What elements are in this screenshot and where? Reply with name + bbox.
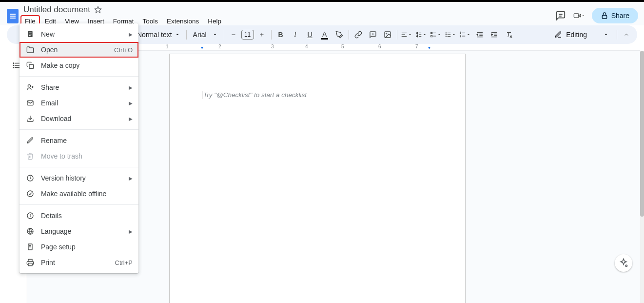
menu-label: Share [41, 83, 123, 91]
decrease-indent-button[interactable] [473, 28, 487, 41]
menu-label: Rename [41, 137, 133, 144]
copy-icon [25, 61, 35, 70]
clear-formatting-button[interactable] [502, 28, 516, 41]
svg-point-73 [27, 191, 33, 197]
svg-rect-63 [29, 33, 31, 33]
scrollbar-thumb[interactable] [640, 51, 644, 217]
svg-rect-65 [29, 35, 30, 36]
checklist-dropdown[interactable] [429, 28, 443, 41]
file-menu-dropdown: New ▶ Open Ctrl+O Make a copy Share ▶ Em… [20, 23, 138, 273]
star-icon[interactable] [94, 6, 102, 14]
submenu-arrow-icon: ▶ [129, 116, 133, 121]
menu-label: Details [41, 212, 133, 220]
menu-item-share[interactable]: Share ▶ [20, 80, 138, 95]
vertical-scrollbar[interactable] [640, 51, 644, 303]
numbered-list-dropdown[interactable]: 12 [458, 28, 472, 41]
document-title[interactable]: Untitled document [23, 5, 90, 15]
editing-label: Editing [566, 31, 587, 39]
ruler-indent-marker[interactable]: ▾ [201, 45, 203, 50]
styles-label: Normal text [137, 31, 172, 39]
font-size-input[interactable]: 11 [241, 30, 254, 40]
menu-item-version-history[interactable]: Version history ▶ [20, 170, 138, 186]
menu-item-details[interactable]: Details [20, 208, 138, 223]
menu-separator [20, 129, 138, 130]
italic-button[interactable]: I [289, 28, 302, 41]
bold-button[interactable]: B [274, 28, 288, 41]
menu-item-print[interactable]: Print Ctrl+P [20, 255, 138, 270]
explore-fab[interactable] [615, 254, 632, 272]
editing-mode-dropdown[interactable]: Editing [548, 27, 614, 42]
globe-icon [25, 226, 35, 236]
align-dropdown[interactable] [400, 28, 413, 41]
ruler-number: 1 [166, 44, 169, 49]
page-setup-icon [25, 242, 35, 252]
ruler-number: 7 [415, 44, 418, 49]
menu-item-new[interactable]: New ▶ [20, 26, 138, 42]
menu-item-open[interactable]: Open Ctrl+O [20, 42, 138, 58]
svg-point-12 [13, 63, 14, 64]
font-dropdown[interactable]: Arial [189, 28, 221, 41]
menu-label: Make available offline [41, 190, 133, 198]
menu-item-rename[interactable]: Rename [20, 133, 138, 148]
decrease-font-size-button[interactable] [227, 28, 240, 41]
svg-point-39 [446, 33, 446, 33]
toolbar-separator [617, 30, 617, 40]
app-header: Untitled document File Edit View Insert … [0, 2, 644, 25]
submenu-arrow-icon: ▶ [129, 32, 133, 37]
svg-point-83 [625, 265, 627, 266]
menu-label: Email [41, 99, 123, 107]
increase-indent-button[interactable] [488, 28, 501, 41]
print-icon [25, 258, 35, 267]
explore-icon [619, 258, 628, 268]
text-color-button[interactable]: A [318, 28, 332, 41]
menu-separator [20, 167, 138, 167]
menu-label: New [41, 30, 123, 38]
line-spacing-dropdown[interactable] [414, 28, 428, 41]
document-icon [25, 29, 35, 39]
svg-marker-15 [176, 34, 178, 36]
menu-item-make-offline[interactable]: Make available offline [20, 186, 138, 202]
history-icon [25, 173, 35, 183]
collapse-toolbar-button[interactable] [620, 28, 633, 41]
svg-marker-61 [605, 34, 607, 36]
highlight-color-button[interactable] [332, 28, 346, 41]
svg-point-13 [13, 65, 14, 66]
header-right: Share [555, 8, 638, 23]
trash-icon [25, 151, 35, 161]
menu-item-move-to-trash: Move to trash [20, 148, 138, 164]
document-page[interactable]: Try "@Checklist" to start a checklist [169, 54, 466, 303]
svg-marker-27 [409, 34, 411, 35]
svg-marker-5 [583, 15, 584, 16]
chevron-down-icon [604, 32, 608, 37]
menu-item-page-setup[interactable]: Page setup [20, 239, 138, 255]
svg-marker-50 [468, 34, 469, 35]
offline-icon [25, 189, 35, 199]
menu-item-download[interactable]: Download ▶ [20, 111, 138, 126]
share-label: Share [611, 12, 629, 20]
underline-button[interactable]: U [303, 28, 317, 41]
menu-label: Version history [41, 174, 123, 182]
menu-item-email[interactable]: Email ▶ [20, 95, 138, 111]
meet-icon[interactable] [573, 10, 585, 21]
menu-item-make-copy[interactable]: Make a copy [20, 58, 138, 73]
comments-icon[interactable] [555, 10, 566, 21]
svg-point-76 [30, 214, 31, 215]
increase-font-size-button[interactable] [255, 28, 269, 41]
ruler-number: 3 [271, 44, 274, 49]
menu-label: Move to trash [41, 152, 133, 160]
menu-item-language[interactable]: Language ▶ [20, 223, 138, 239]
pencil-icon [25, 136, 35, 145]
svg-point-67 [28, 85, 30, 87]
insert-image-button[interactable] [381, 28, 394, 41]
insert-link-button[interactable] [351, 28, 365, 41]
docs-logo[interactable] [7, 9, 19, 23]
toolbar-separator [186, 30, 187, 40]
share-button[interactable]: Share [592, 8, 638, 23]
text-cursor [202, 91, 202, 99]
styles-dropdown[interactable]: Normal text [133, 28, 184, 41]
ruler-right-marker[interactable]: ▾ [428, 45, 430, 50]
bulleted-list-dropdown[interactable] [444, 28, 457, 41]
person-plus-icon [25, 82, 35, 92]
svg-rect-66 [29, 64, 34, 69]
add-comment-button[interactable] [366, 28, 380, 41]
